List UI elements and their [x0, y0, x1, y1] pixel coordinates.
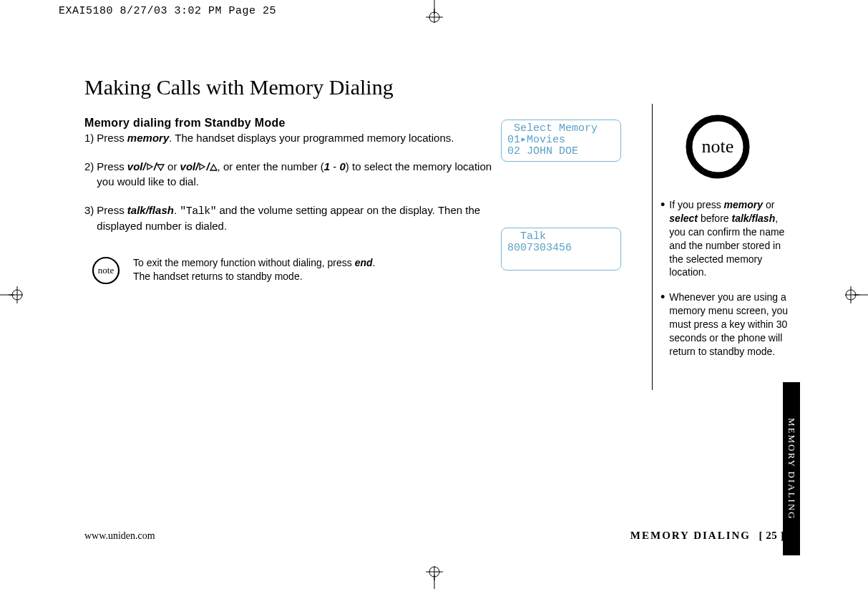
step-body: Press vol// or vol//, or enter the numbe… [97, 160, 501, 189]
keyword-talk-flash: talk/flash [127, 204, 174, 216]
sidebar-note-2: Whenever you are using a memory menu scr… [660, 291, 789, 358]
sidebar-note-1: If you press memory or select before tal… [660, 198, 789, 279]
inline-note: note To exit the memory function without… [90, 255, 501, 286]
keyword-vol-down: vol// [127, 160, 165, 172]
step-2: 2) Press vol// or vol//, or enter the nu… [84, 160, 501, 189]
svg-text:note: note [702, 136, 734, 157]
svg-text:note: note [98, 265, 114, 276]
footer-url: www.uniden.com [84, 530, 155, 542]
page-title: Making Calls with Memory Dialing [84, 75, 793, 99]
lcd-text-inline: "Talk" [180, 205, 216, 218]
ringer-icon [146, 162, 154, 171]
step-body: Press talk/flash. "Talk" and the volume … [97, 203, 501, 234]
keyword-vol-up: vol// [180, 160, 218, 172]
step-3: 3) Press talk/flash. "Talk" and the volu… [84, 203, 501, 234]
step-number: 2) [84, 160, 94, 189]
crop-mark-top-icon [413, 0, 456, 23]
lcd-line: 8007303456 [507, 243, 615, 254]
crop-mark-right-icon [845, 273, 868, 316]
lcd-screen-1: Select Memory 01▸Movies 02 JOHN DOE [501, 120, 621, 162]
section-tab: MEMORY DIALING [783, 382, 800, 555]
lcd-line: 01▸Movies [507, 135, 615, 146]
up-arrow-icon [210, 164, 218, 171]
lcd-screen-2: Talk 8007303456 [501, 228, 621, 270]
crop-mark-bottom-icon [413, 566, 456, 589]
lcd-line: 02 JOHN DOE [507, 146, 615, 157]
ringer-icon [198, 162, 206, 171]
note-icon: note [682, 111, 754, 182]
inline-note-text: To exit the memory function without dial… [133, 255, 375, 283]
keyword-memory: memory [127, 132, 169, 144]
section-subhead: Memory dialing from Standby Mode [84, 117, 501, 130]
step-1: 1) Press memory. The handset displays yo… [84, 131, 501, 145]
sidebar-notes: note If you press memory or select befor… [660, 117, 789, 370]
footer-section: MEMORY DIALING [ 25 ] [630, 530, 784, 542]
lcd-line: Select Memory [507, 123, 615, 135]
divider [652, 104, 653, 390]
crop-mark-left-icon [0, 273, 23, 316]
note-icon: note [90, 255, 122, 286]
lcd-line [507, 254, 615, 266]
step-body: Press memory. The handset displays your … [97, 131, 501, 145]
page-footer: www.uniden.com MEMORY DIALING [ 25 ] [84, 530, 784, 542]
down-arrow-icon [157, 164, 165, 171]
print-header: EXAI5180 8/27/03 3:02 PM Page 25 [59, 5, 276, 17]
keyword-end: end [355, 257, 373, 268]
step-number: 1) [84, 131, 94, 145]
step-number: 3) [84, 203, 94, 234]
lcd-line: Talk [507, 231, 615, 243]
